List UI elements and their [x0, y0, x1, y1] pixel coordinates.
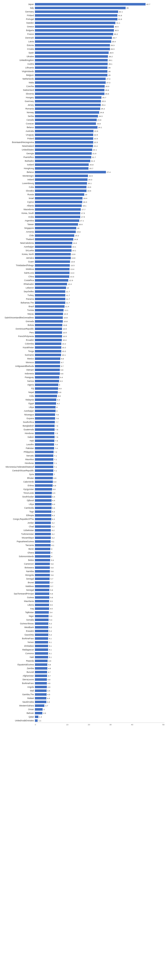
bar-track: 6.2	[35, 529, 164, 531]
bar-track: 18.4	[35, 197, 164, 199]
bar-row: Denmark29.7	[3, 36, 164, 40]
bar-label: Benin	[3, 548, 35, 550]
bar-row: Syria7	[3, 473, 164, 476]
bar-fill	[35, 350, 61, 352]
bar-track: 5.5	[35, 608, 164, 610]
bar-label: Brazil	[3, 305, 35, 308]
bar-track: 7.1	[35, 469, 164, 472]
bar-track: 28.2	[35, 55, 164, 58]
bar-label: Eswatini	[3, 630, 35, 632]
bar-label: Switzerland	[3, 89, 35, 91]
bar-row: SaoTomeandPrincipe5.6	[3, 592, 164, 595]
bar-row: Japan42.7	[3, 3, 164, 6]
bar-label: Libya	[3, 406, 35, 409]
bar-fill	[35, 346, 61, 349]
bar-row: BurkinaFaso4.6	[3, 681, 164, 685]
bar-fill	[35, 369, 60, 371]
bar-value: 6	[51, 555, 52, 558]
bar-track: 10.5	[35, 328, 164, 330]
bar-row: SolomonIslands6	[3, 555, 164, 558]
bar-track: 3	[35, 708, 164, 711]
bar-fill	[35, 406, 56, 409]
bar-value: 7.4	[55, 447, 58, 449]
bar-track: 7.1	[35, 466, 164, 468]
bar-value: 6.1	[51, 544, 54, 546]
bar-label: Guatemala	[3, 428, 35, 431]
bar-row: Bhutan6.9	[3, 476, 164, 480]
bar-track: 6.2	[35, 536, 164, 539]
bar-label: Haiti	[3, 656, 35, 659]
bar-row: Niger5.3	[3, 614, 164, 618]
bar-value: 22.5	[94, 134, 98, 136]
bar-fill	[35, 328, 62, 330]
bar-fill	[35, 473, 53, 476]
bar-row: Honduras7.5	[3, 431, 164, 435]
bar-value: 5.1	[49, 641, 51, 643]
bar-track: 5.1	[35, 648, 164, 651]
bar-track: 10.5	[35, 331, 164, 334]
bar-track: 5.4	[35, 611, 164, 614]
bar-track: 5.1	[35, 645, 164, 647]
bar-value: 6.4	[52, 503, 55, 506]
bar-track: 8.6	[35, 395, 164, 397]
bar-fill	[35, 51, 109, 54]
bar-row: SierraLeone4.6	[3, 678, 164, 681]
bar-fill	[35, 104, 101, 106]
bar-fill	[35, 469, 53, 472]
bar-fill	[35, 410, 56, 412]
bar-value: 10.8	[64, 317, 67, 319]
bar-track: 25.7	[35, 96, 164, 99]
bar-track: 5.1	[35, 641, 164, 643]
bar-label: Fiji	[3, 387, 35, 390]
bar-fill	[35, 189, 87, 192]
bar-value: 7.6	[55, 436, 58, 438]
bar-track: 28.9	[35, 44, 164, 46]
bar-value: 5.2	[49, 634, 52, 636]
bar-label: UnitedStates	[3, 148, 35, 151]
bar-row: SouthSudan6.4	[3, 495, 164, 498]
bar-row: TrinidadandTobago13.5	[3, 264, 164, 267]
x-tick-40: 40	[121, 724, 143, 726]
bar-label: Mongolia	[3, 574, 35, 576]
bar-label: Syria	[3, 473, 35, 476]
bar-label: NewCaledonia	[3, 242, 35, 244]
bar-label: Vietnam	[3, 369, 35, 371]
bar-track: 10.2	[35, 350, 164, 352]
bar-fill	[35, 689, 47, 692]
bar-label: Azerbaijan	[3, 245, 35, 248]
bar-fill	[35, 656, 48, 659]
bar-fill	[35, 697, 47, 700]
bar-value: 8.9	[59, 388, 61, 390]
bar-label: Gambia,The	[3, 693, 35, 696]
bar-fill	[35, 372, 60, 375]
bar-track: 5.2	[35, 630, 164, 632]
bar-fill	[35, 671, 47, 673]
bar-label: Mali	[3, 689, 35, 692]
bar-label: Canada	[3, 119, 35, 121]
bar-label: Nepal	[3, 391, 35, 393]
bar-label: DominicanRepublic	[3, 328, 35, 330]
bar-value: 12.4	[68, 283, 72, 285]
bar-track: 21.7	[35, 156, 164, 158]
bar-row: Macau10.9	[3, 312, 164, 316]
x-tick-50: 50	[143, 724, 164, 726]
bar-label: Pakistan	[3, 447, 35, 449]
bar-track: 29.7	[35, 37, 164, 39]
bar-label: Japan	[3, 3, 35, 5]
chart-container: Japan42.7Italy35Germany32.1Finland31.8Po…	[0, 0, 167, 731]
bar-value: 15.2	[75, 235, 79, 237]
bar-fill	[35, 178, 87, 181]
bar-fill	[35, 417, 55, 420]
bar-row: Chile15.2	[3, 234, 164, 237]
bar-track: 22.4	[35, 145, 164, 147]
bar-value: 6.3	[52, 518, 55, 520]
bar-value: 10.1	[62, 354, 66, 356]
bar-track: 6.2	[35, 522, 164, 524]
bar-value: 31.8	[118, 14, 122, 17]
bar-fill	[35, 257, 71, 259]
bar-row: Cuba19.9	[3, 185, 164, 189]
bar-value: 4.5	[47, 690, 50, 692]
bar-track: 4.5	[35, 693, 164, 696]
bar-fill	[35, 242, 72, 244]
bar-fill	[35, 414, 55, 416]
